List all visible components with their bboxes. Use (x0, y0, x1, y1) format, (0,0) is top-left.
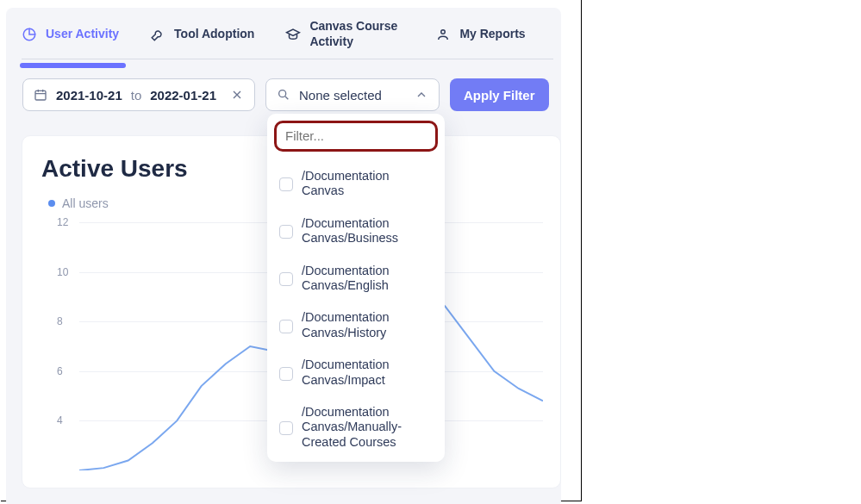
y-tick-label: 4 (57, 414, 63, 426)
app-window: User Activity Tool Adoption Canvas Cours… (1, 0, 582, 501)
checkbox[interactable] (279, 272, 293, 286)
date-from: 2021-10-21 (56, 88, 122, 103)
course-dropdown-panel: /Documentation Canvas/Documentation Canv… (267, 114, 445, 462)
user-icon (435, 27, 451, 42)
pie-chart-icon (22, 27, 37, 42)
option-label: /Documentation Canvas/English (302, 264, 433, 294)
checkbox[interactable] (279, 225, 293, 239)
tab-my-reports[interactable]: My Reports (435, 19, 525, 68)
tab-label: Tool Adoption (174, 27, 254, 42)
date-range-picker[interactable]: 2021-10-21 to 2022-01-21 (22, 78, 255, 111)
option-label: /Documentation Canvas/History (302, 310, 433, 340)
filter-input-highlight (274, 121, 438, 152)
checkbox[interactable] (279, 367, 293, 381)
date-to-word: to (131, 88, 142, 103)
svg-point-0 (441, 29, 446, 34)
calendar-icon (34, 88, 47, 102)
select-placeholder: None selected (299, 88, 406, 103)
close-icon[interactable] (230, 88, 244, 102)
y-tick-label: 6 (57, 365, 63, 377)
dropdown-option[interactable]: /Documentation Canvas (274, 160, 438, 208)
wrench-icon (150, 27, 165, 42)
dropdown-option[interactable]: /Documentation Canvas/Impact (274, 349, 438, 396)
y-axis: 4681012 (47, 222, 72, 470)
legend-dot-icon (48, 200, 55, 207)
chart-title: Active Users (41, 155, 188, 183)
chart-legend: All users (48, 196, 109, 210)
tab-tool-adoption[interactable]: Tool Adoption (150, 19, 254, 68)
apply-filter-button[interactable]: Apply Filter (450, 78, 549, 111)
filter-input[interactable] (285, 128, 427, 143)
filters-row: 2021-10-21 to 2022-01-21 None selected A… (22, 78, 549, 111)
checkbox[interactable] (279, 320, 293, 333)
tab-user-activity[interactable]: User Activity (22, 19, 119, 68)
search-icon (277, 88, 290, 102)
svg-rect-1 (35, 90, 46, 100)
option-label: /Documentation Canvas (302, 169, 433, 199)
y-tick-label: 12 (57, 216, 68, 228)
dropdown-options: /Documentation Canvas/Documentation Canv… (274, 160, 438, 458)
option-label: /Documentation Canvas/Manually-Created C… (302, 405, 433, 450)
chevron-up-icon (415, 88, 428, 102)
y-tick-label: 8 (57, 315, 63, 327)
dropdown-option[interactable]: /Documentation Canvas/History (274, 302, 438, 349)
tab-label: User Activity (46, 27, 119, 42)
svg-point-2 (279, 90, 286, 97)
option-label: /Documentation Canvas/Impact (302, 358, 433, 388)
dropdown-option[interactable]: /Documentation Canvas/Manually-Created C… (274, 396, 438, 458)
apply-label: Apply Filter (464, 88, 535, 103)
checkbox[interactable] (279, 421, 293, 435)
course-select[interactable]: None selected (265, 78, 440, 111)
tabs-divider (22, 59, 553, 59)
tab-label: Canvas Course Activity (309, 19, 404, 49)
dropdown-option[interactable]: /Documentation Canvas/Business (274, 208, 438, 255)
tab-canvas-course-activity[interactable]: Canvas Course Activity (285, 19, 404, 68)
tab-label: My Reports (459, 27, 525, 42)
date-to: 2022-01-21 (150, 88, 216, 103)
checkbox[interactable] (279, 177, 293, 191)
option-label: /Documentation Canvas/Business (302, 216, 433, 246)
y-tick-label: 10 (57, 266, 68, 278)
legend-all-users: All users (62, 196, 109, 210)
dropdown-option[interactable]: /Documentation Canvas/English (274, 255, 438, 302)
tabs-bar: User Activity Tool Adoption Canvas Cours… (22, 19, 526, 68)
graduation-cap-icon (285, 27, 301, 42)
